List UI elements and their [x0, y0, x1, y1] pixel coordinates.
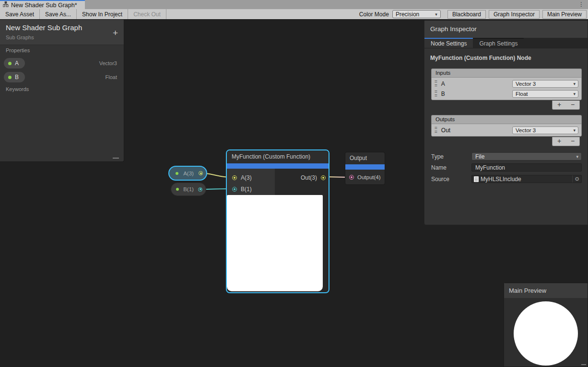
output-out-name[interactable]: Out	[441, 127, 512, 134]
blackboard-subtitle: Sub Graphs	[6, 34, 118, 40]
graph-inspector-title[interactable]: Graph Inspector	[424, 21, 588, 38]
chevron-down-icon: ▾	[573, 128, 576, 133]
color-mode-value: Precision	[396, 11, 419, 18]
inputs-row-a[interactable]: == A Vector 3 ▾	[433, 79, 580, 89]
custom-function-node[interactable]: MyFunction (Custom Function) A(3) B(1) O…	[226, 149, 329, 293]
name-field-row: Name MyFunction	[431, 163, 582, 172]
source-value: MyHLSLInclude	[481, 176, 521, 183]
save-asset-button[interactable]: Save Asset	[0, 9, 40, 19]
property-node-b-label: B(1)	[183, 186, 194, 192]
blackboard-toggle-button[interactable]: Blackboard	[447, 10, 486, 19]
graph-inspector-panel: Graph Inspector Node Settings Graph Sett…	[424, 20, 588, 225]
property-a-type: Vector3	[99, 60, 117, 66]
output-port-row-out[interactable]: Out(3)	[301, 172, 326, 184]
main-preview-resize-handle[interactable]	[581, 364, 586, 365]
property-row-b[interactable]: B Float	[0, 71, 124, 83]
object-picker-icon[interactable]: ⊙	[572, 175, 581, 183]
graph-inspector-toggle-button[interactable]: Graph Inspector	[489, 10, 540, 19]
main-preview-panel: Main Preview	[504, 283, 588, 367]
property-pill-b[interactable]: B	[4, 72, 25, 82]
output-port-row[interactable]: Output(4)	[345, 170, 385, 185]
port-a-label: A(3)	[241, 174, 252, 181]
outputs-list: Outputs == Out Vector 3 ▾	[431, 115, 582, 137]
name-input[interactable]: MyFunction	[471, 163, 582, 172]
drag-handle-icon[interactable]: ==	[435, 90, 437, 98]
input-b-name[interactable]: B	[441, 91, 512, 97]
outputs-list-footer: + −	[552, 137, 580, 146]
toolbar-right-group: Color Mode Precision ▾ Blackboard Graph …	[359, 9, 587, 19]
precision-bar	[227, 163, 329, 169]
save-as-button[interactable]: Save As...	[40, 9, 77, 19]
shader-graph-icon	[3, 1, 9, 9]
input-a-type-value: Vector 3	[516, 81, 536, 87]
remove-input-button[interactable]: −	[566, 101, 579, 109]
property-dot-icon	[176, 172, 178, 175]
output-node[interactable]: Output Output(4)	[345, 152, 385, 185]
output-node-title: Output	[345, 152, 385, 164]
property-node-a[interactable]: A(3)	[168, 166, 207, 181]
source-object-field[interactable]: MyHLSLInclude ⊙	[471, 175, 582, 183]
property-node-a-port[interactable]	[199, 171, 203, 175]
custom-function-node-body: A(3) B(1) Out(3)	[227, 169, 329, 195]
drag-handle-icon[interactable]: ==	[435, 126, 437, 134]
port-out-label: Out(3)	[301, 174, 317, 181]
blackboard-resize-handle[interactable]	[113, 158, 119, 159]
custom-function-node-title[interactable]: MyFunction (Custom Function)	[227, 150, 329, 163]
input-port-row-a[interactable]: A(3)	[227, 172, 275, 184]
property-dot-icon	[176, 188, 179, 191]
add-output-button[interactable]: +	[553, 137, 566, 146]
color-mode-dropdown[interactable]: Precision ▾	[392, 10, 441, 18]
keywords-section-label[interactable]: Keywords	[6, 86, 29, 92]
inspector-tab-bar: Node Settings Graph Settings	[424, 38, 588, 48]
document-tab[interactable]: New Shader Sub Graph*	[0, 0, 85, 9]
outputs-row-out[interactable]: == Out Vector 3 ▾	[433, 125, 580, 135]
add-property-button[interactable]: +	[113, 28, 118, 37]
window-menu-kebab-icon[interactable]: ⋮	[578, 0, 584, 9]
tab-node-settings[interactable]: Node Settings	[424, 38, 473, 48]
main-preview-toggle-button[interactable]: Main Preview	[542, 10, 587, 19]
type-value: File	[475, 153, 484, 160]
property-node-b[interactable]: B(1)	[171, 183, 206, 196]
property-node-b-port[interactable]	[198, 187, 202, 192]
document-tab-strip: New Shader Sub Graph* ⋮	[0, 0, 588, 9]
type-field-row: Type File ▾	[431, 152, 582, 161]
type-dropdown[interactable]: File ▾	[471, 152, 582, 161]
input-a-name[interactable]: A	[441, 80, 512, 87]
shader-preview-sphere[interactable]	[514, 301, 578, 366]
check-out-button: Check Out	[128, 9, 166, 19]
input-a-type-dropdown[interactable]: Vector 3 ▾	[512, 80, 578, 88]
graph-canvas[interactable]: A(3) B(1) MyFunction (Custom Function) A…	[0, 20, 588, 367]
property-row-a[interactable]: A Vector3	[0, 57, 124, 69]
unity-shader-graph-window: New Shader Sub Graph* ⋮ Save Asset Save …	[0, 0, 588, 367]
property-a-name: A	[15, 60, 19, 67]
property-b-name: B	[15, 74, 19, 80]
name-label: Name	[431, 164, 471, 171]
output-port-icon[interactable]	[349, 175, 354, 180]
add-input-button[interactable]: +	[553, 101, 566, 109]
port-a-icon[interactable]	[232, 175, 237, 180]
chevron-down-icon: ▾	[576, 154, 578, 159]
property-pill-a[interactable]: A	[4, 58, 25, 69]
drag-handle-icon[interactable]: ==	[435, 80, 437, 88]
main-preview-title[interactable]: Main Preview	[504, 283, 588, 298]
input-b-type-dropdown[interactable]: Float ▾	[512, 90, 578, 98]
remove-output-button[interactable]: −	[566, 137, 579, 146]
type-label: Type	[431, 153, 471, 160]
chevron-down-icon: ▾	[573, 92, 576, 96]
source-field-row: Source MyHLSLInclude ⊙	[431, 175, 582, 183]
output-out-type-dropdown[interactable]: Vector 3 ▾	[512, 126, 578, 134]
input-ports-column: A(3) B(1)	[227, 169, 275, 195]
node-settings-heading: MyFunction (Custom Function) Node	[430, 55, 582, 61]
blackboard-header: New Shader Sub Graph Sub Graphs +	[0, 20, 124, 45]
input-port-row-b[interactable]: B(1)	[227, 184, 275, 195]
property-dot-icon	[8, 76, 12, 79]
blackboard-panel: New Shader Sub Graph Sub Graphs + Proper…	[0, 20, 124, 162]
properties-section-label[interactable]: Properties	[6, 47, 30, 53]
inputs-row-b[interactable]: == B Float ▾	[433, 89, 580, 99]
inputs-list-header: Inputs	[431, 69, 582, 77]
chevron-down-icon: ▾	[435, 12, 437, 17]
show-in-project-button[interactable]: Show In Project	[77, 9, 128, 19]
port-out-icon[interactable]	[321, 175, 326, 180]
tab-graph-settings[interactable]: Graph Settings	[473, 38, 524, 48]
port-b-icon[interactable]	[232, 187, 237, 192]
